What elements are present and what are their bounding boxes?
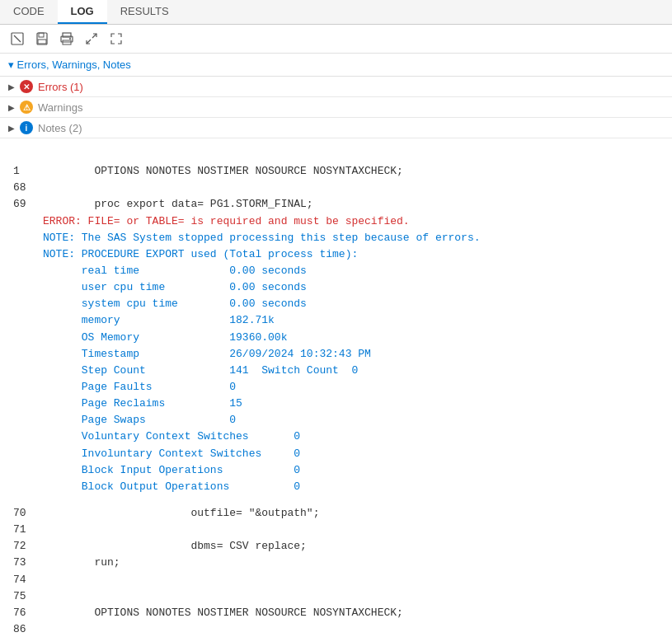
line-number bbox=[13, 296, 43, 312]
log-line: user cpu time 0.00 seconds bbox=[13, 279, 659, 296]
line-number: 71 bbox=[13, 522, 43, 538]
clear-icon bbox=[11, 32, 24, 45]
log-line: 74 bbox=[13, 572, 659, 588]
line-text: ERROR: FILE= or TABLE= is required and m… bbox=[43, 213, 410, 230]
line-number: 1 bbox=[13, 163, 43, 180]
line-number bbox=[13, 213, 43, 230]
tab-code[interactable]: CODE bbox=[0, 0, 58, 24]
line-text: OPTIONS NONOTES NOSTIMER NOSOURCE NOSYNT… bbox=[43, 163, 403, 180]
line-number bbox=[13, 412, 43, 429]
log-line: system cpu time 0.00 seconds bbox=[13, 296, 659, 312]
log-content-area: 1 OPTIONS NONOTES NOSTIMER NOSOURCE NOSY… bbox=[0, 138, 672, 637]
line-number bbox=[13, 396, 43, 412]
line-text: OPTIONS NONOTES NOSTIMER NOSOURCE NOSYNT… bbox=[43, 605, 403, 621]
save-icon bbox=[35, 32, 49, 45]
log-line: ERROR: FILE= or TABLE= is required and m… bbox=[13, 213, 659, 230]
line-number bbox=[13, 230, 43, 246]
log-line: 68 bbox=[13, 180, 659, 196]
line-number bbox=[13, 279, 43, 296]
svg-point-8 bbox=[69, 38, 71, 40]
notes-collapse-row[interactable]: ▶ i Notes (2) bbox=[0, 118, 672, 138]
tab-results[interactable]: RESULTS bbox=[107, 0, 182, 24]
line-text: NOTE: PROCEDURE EXPORT used (Total proce… bbox=[43, 246, 358, 263]
svg-rect-4 bbox=[38, 40, 46, 44]
line-number: 70 bbox=[13, 505, 43, 522]
line-text: outfile= "&outpath"; bbox=[43, 505, 319, 522]
log-line: NOTE: PROCEDURE EXPORT used (Total proce… bbox=[13, 246, 659, 263]
warnings-collapse-row[interactable]: ▶ ⚠ Warnings bbox=[0, 97, 672, 117]
clear-log-button[interactable] bbox=[7, 28, 28, 49]
warnings-label: Warnings bbox=[38, 101, 82, 114]
line-text: Page Swaps 0 bbox=[43, 412, 236, 429]
errors-section: ▶ ✕ Errors (1) bbox=[0, 77, 672, 97]
print-button[interactable] bbox=[56, 28, 78, 49]
line-text: run; bbox=[43, 555, 120, 571]
line-number bbox=[13, 379, 43, 396]
expand-icon bbox=[85, 32, 98, 45]
line-number: 86 bbox=[13, 621, 43, 637]
fullscreen-button[interactable] bbox=[106, 28, 127, 49]
errors-collapse-row[interactable]: ▶ ✕ Errors (1) bbox=[0, 77, 672, 96]
log-line: Block Output Operations 0 bbox=[13, 479, 659, 495]
log-line: 76 OPTIONS NONOTES NOSTIMER NOSOURCE NOS… bbox=[13, 605, 659, 621]
line-number bbox=[13, 446, 43, 462]
line-number bbox=[13, 330, 43, 346]
line-text: Voluntary Context Switches 0 bbox=[43, 429, 300, 445]
line-text: NOTE: The SAS System stopped processing … bbox=[43, 230, 481, 246]
notes-label: Notes (2) bbox=[38, 122, 82, 134]
notes-section: ▶ i Notes (2) bbox=[0, 118, 672, 138]
svg-line-1 bbox=[14, 35, 21, 42]
line-number bbox=[13, 363, 43, 379]
log-line: Timestamp 26/09/2024 10:32:43 PM bbox=[13, 346, 659, 363]
line-number: 75 bbox=[13, 588, 43, 605]
errors-label: Errors (1) bbox=[38, 81, 83, 93]
line-text: Page Faults 0 bbox=[43, 379, 236, 396]
line-number bbox=[13, 312, 43, 329]
line-number bbox=[13, 263, 43, 279]
line-text: Block Output Operations 0 bbox=[43, 479, 300, 495]
log-line: 72 dbms= CSV replace; bbox=[13, 538, 659, 555]
line-number: 68 bbox=[13, 180, 43, 196]
line-text: Step Count 141 Switch Count 0 bbox=[43, 363, 358, 379]
log-line: Block Input Operations 0 bbox=[13, 462, 659, 479]
log-line: 86 bbox=[13, 621, 659, 637]
line-text: Involuntary Context Switches 0 bbox=[43, 446, 300, 462]
log-line: memory 182.71k bbox=[13, 312, 659, 329]
line-number bbox=[13, 479, 43, 495]
log-line: 71 bbox=[13, 522, 659, 538]
log-line: Voluntary Context Switches 0 bbox=[13, 429, 659, 445]
log-line: Step Count 141 Switch Count 0 bbox=[13, 363, 659, 379]
line-text: memory 182.71k bbox=[43, 312, 275, 329]
tab-log[interactable]: LOG bbox=[58, 0, 107, 24]
svg-rect-3 bbox=[39, 33, 44, 37]
log-line: Page Reclaims 15 bbox=[13, 396, 659, 412]
line-text: dbms= CSV replace; bbox=[43, 538, 307, 555]
svg-line-10 bbox=[87, 40, 91, 44]
warnings-chevron-icon: ▶ bbox=[8, 103, 15, 112]
fullscreen-icon bbox=[110, 32, 123, 45]
info-icon: i bbox=[20, 121, 33, 134]
line-text: user cpu time 0.00 seconds bbox=[43, 279, 307, 296]
line-number bbox=[13, 429, 43, 445]
expand-button[interactable] bbox=[81, 28, 102, 49]
line-number: 69 bbox=[13, 196, 43, 213]
line-number: 74 bbox=[13, 572, 43, 588]
line-number bbox=[13, 462, 43, 479]
line-text: OS Memory 19360.00k bbox=[43, 330, 287, 346]
svg-line-9 bbox=[92, 34, 96, 38]
log-line: real time 0.00 seconds bbox=[13, 263, 659, 279]
warnings-section: ▶ ⚠ Warnings bbox=[0, 97, 672, 118]
line-number: 76 bbox=[13, 605, 43, 621]
warning-icon: ⚠ bbox=[20, 101, 33, 114]
errors-chevron-icon: ▶ bbox=[8, 82, 15, 91]
line-text: system cpu time 0.00 seconds bbox=[43, 296, 307, 312]
error-icon: ✕ bbox=[20, 80, 33, 93]
filter-bar[interactable]: ▾ Errors, Warnings, Notes bbox=[0, 54, 672, 77]
log-line: NOTE: The SAS System stopped processing … bbox=[13, 230, 659, 246]
line-number bbox=[13, 346, 43, 363]
line-text: real time 0.00 seconds bbox=[43, 263, 307, 279]
save-button[interactable] bbox=[31, 28, 53, 49]
filter-label: ▾ Errors, Warnings, Notes bbox=[8, 59, 131, 71]
line-text: Timestamp 26/09/2024 10:32:43 PM bbox=[43, 346, 371, 363]
line-text: proc export data= PG1.STORM_FINAL; bbox=[43, 196, 313, 213]
